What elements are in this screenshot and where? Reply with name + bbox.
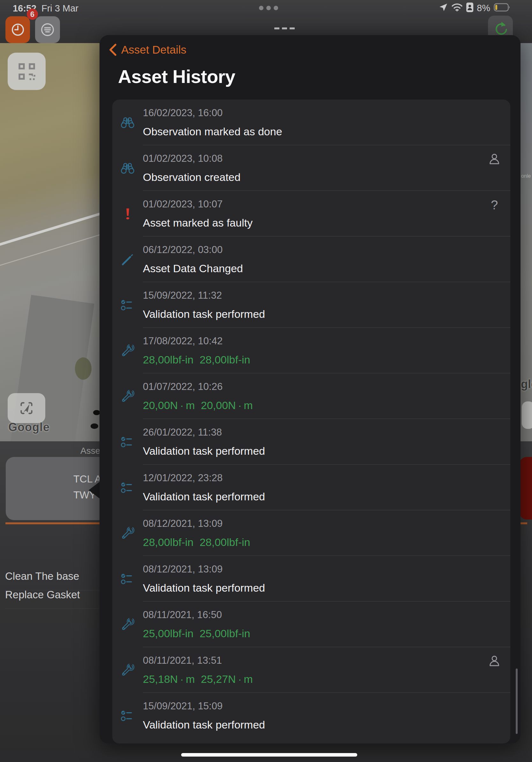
event-timestamp: 08/12/2021, 13:09 [143, 518, 250, 529]
event-description: Validation task performed [143, 308, 265, 320]
person-icon [487, 152, 502, 166]
checklist-icon [112, 572, 143, 586]
exclamation-icon [112, 206, 143, 221]
event-description: Validation task performed [143, 582, 265, 594]
history-row: 01/02/2023, 10:07 Asset marked as faulty… [112, 191, 510, 236]
event-timestamp: 08/12/2021, 13:09 [143, 564, 265, 575]
home-indicator[interactable] [181, 753, 357, 757]
event-description: Asset marked as faulty [143, 217, 253, 229]
history-row: 08/11/2021, 13:51 25,18N · m 25,27N · m [112, 647, 510, 693]
event-timestamp: 15/09/2022, 11:32 [143, 290, 265, 301]
history-row: 01/02/2023, 10:08 Observation created [112, 145, 510, 191]
wrench-icon [112, 617, 143, 632]
history-row: 12/01/2022, 23:28 Validation task perfor… [112, 465, 510, 510]
history-row: 06/12/2022, 03:00 Asset Data Changed [112, 236, 510, 282]
question-mark-icon: ? [491, 198, 498, 212]
scrollbar[interactable] [516, 668, 518, 734]
event-description: 20,00N · m 20,00N · m [143, 399, 253, 412]
history-row: 15/09/2022, 11:32 Validation task perfor… [112, 282, 510, 328]
checklist-icon [112, 435, 143, 449]
chevron-left-icon [108, 43, 117, 56]
pencil-icon [112, 252, 143, 267]
back-button[interactable]: Asset Details [108, 43, 186, 56]
event-timestamp: 12/01/2022, 23:28 [143, 472, 265, 484]
history-row: 08/12/2021, 13:09 28,00lbf-in 28,00lbf-i… [112, 510, 510, 556]
binoculars-icon [112, 115, 143, 130]
history-row: 08/11/2021, 16:50 25,00lbf-in 25,00lbf-i… [112, 601, 510, 647]
event-timestamp: 01/07/2022, 10:26 [143, 381, 253, 393]
checklist-icon [112, 480, 143, 495]
checklist-icon [112, 708, 143, 723]
history-list: 16/02/2023, 16:00 Observation marked as … [112, 100, 510, 743]
event-timestamp: 08/11/2021, 16:50 [143, 609, 250, 621]
history-row: 01/07/2022, 10:26 20,00N · m 20,00N · m [112, 373, 510, 419]
history-row: 08/12/2021, 13:09 Validation task perfor… [112, 556, 510, 601]
asset-history-sheet: Asset Details Asset History 16/02/2023, … [100, 35, 520, 743]
person-icon [487, 654, 502, 668]
wrench-icon [112, 526, 143, 541]
event-timestamp: 17/08/2022, 10:42 [143, 336, 250, 347]
event-timestamp: 26/01/2022, 11:38 [143, 426, 265, 438]
event-description: Validation task performed [143, 491, 265, 503]
event-description: Validation task performed [143, 445, 265, 457]
page-title: Asset History [118, 66, 235, 87]
event-timestamp: 01/02/2023, 10:07 [143, 198, 253, 210]
event-description: 25,18N · m 25,27N · m [143, 673, 253, 685]
event-description: Asset Data Changed [143, 262, 243, 275]
history-row: 16/02/2023, 16:00 Observation marked as … [112, 100, 510, 145]
event-timestamp: 08/11/2021, 13:51 [143, 655, 253, 666]
back-button-label: Asset Details [121, 43, 186, 56]
wrench-icon [112, 389, 143, 404]
event-description: Validation task performed [143, 719, 265, 731]
event-description: 25,00lbf-in 25,00lbf-in [143, 627, 250, 640]
ipad-screen: 16:52 Fri 3 Mar 8% [0, 0, 532, 762]
event-timestamp: 01/02/2023, 10:08 [143, 153, 240, 164]
event-description: 28,00lbf-in 28,00lbf-in [143, 353, 250, 366]
history-row: 15/09/2021, 15:09 Validation task perfor… [112, 693, 510, 738]
wrench-icon [112, 663, 143, 677]
event-timestamp: 16/02/2023, 16:00 [143, 107, 282, 119]
event-timestamp: 06/12/2022, 03:00 [143, 244, 243, 256]
history-row: 17/08/2022, 10:42 28,00lbf-in 28,00lbf-i… [112, 328, 510, 373]
checklist-icon [112, 298, 143, 312]
event-description: 28,00lbf-in 28,00lbf-in [143, 536, 250, 549]
event-description: Observation created [143, 171, 240, 184]
binoculars-icon [112, 161, 143, 176]
event-description: Observation marked as done [143, 125, 282, 138]
event-timestamp: 15/09/2021, 15:09 [143, 700, 265, 712]
history-row: 26/01/2022, 11:38 Validation task perfor… [112, 419, 510, 465]
wrench-icon [112, 343, 143, 358]
